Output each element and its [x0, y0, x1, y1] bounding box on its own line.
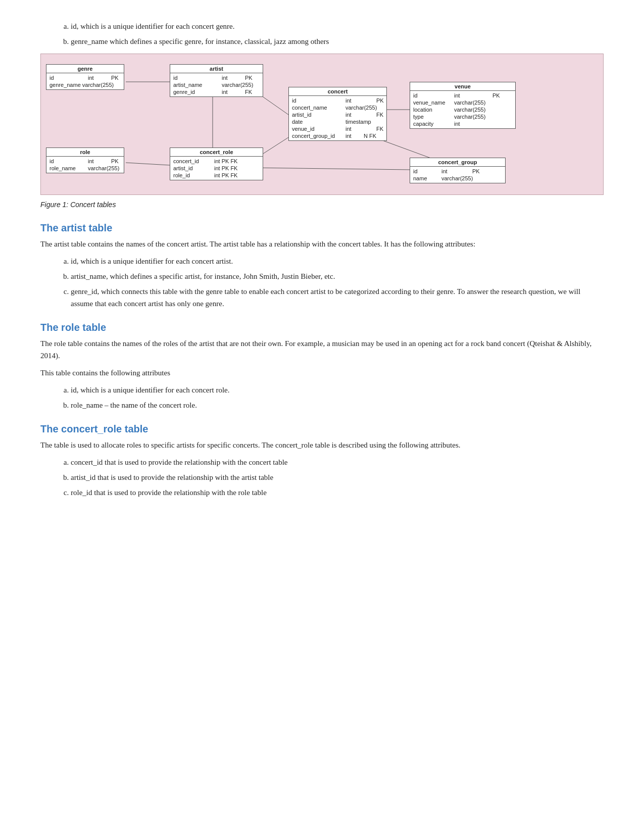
role-table-list: id, which is a unique identifier for eac…	[71, 384, 604, 411]
erd-role-table: role idintPK role_namevarchar(255)	[46, 148, 124, 173]
svg-line-4	[126, 163, 170, 165]
erd-genre-header: genre	[46, 65, 124, 73]
intro-item-b: genre_name which defines a specific genr…	[71, 35, 604, 47]
artist-table-para: The artist table contains the names of t…	[40, 238, 604, 250]
erd-concert-role-header: concert_role	[170, 148, 263, 157]
artist-item-b: artist_name, which defines a specific ar…	[71, 270, 604, 282]
erd-concert-group-table: concert_group idintPK namevarchar(255)	[410, 158, 506, 183]
erd-artist-table: artist idintPK artist_namevarchar(255) g…	[170, 64, 263, 97]
role-table-para2: This table contains the following attrib…	[40, 367, 604, 379]
intro-item-a: id, which is a unique identifier for eac…	[71, 20, 604, 32]
concert-role-table-para1: The table is used to allocate roles to s…	[40, 439, 604, 451]
erd-concert-header: concert	[289, 87, 386, 96]
erd-concert-group-header: concert_group	[410, 158, 505, 167]
artist-item-a: id, which is a unique identifier for eac…	[71, 255, 604, 267]
role-item-b: role_name – the name of the concert role…	[71, 399, 604, 411]
figure-caption: Figure 1: Concert tables	[40, 199, 604, 210]
artist-table-heading: The artist table	[40, 222, 604, 234]
concert-role-table-heading: The concert_role table	[40, 423, 604, 435]
erd-venue-header: venue	[410, 82, 515, 91]
role-item-a: id, which is a unique identifier for eac…	[71, 384, 604, 396]
artist-item-c: genre_id, which connects this table with…	[71, 285, 604, 310]
artist-table-list: id, which is a unique identifier for eac…	[71, 255, 604, 310]
role-table-heading: The role table	[40, 322, 604, 333]
erd-venue-table: venue idintPK venue_namevarchar(255) loc…	[410, 82, 516, 129]
erd-diagram: genre idintPK genre_name varchar(255) ar…	[40, 54, 604, 195]
erd-genre-table: genre idintPK genre_name varchar(255)	[46, 64, 124, 90]
erd-artist-header: artist	[170, 65, 263, 73]
concert-role-item-b: artist_id that is used to provide the re…	[71, 471, 604, 483]
intro-list: id, which is a unique identifier for eac…	[71, 20, 604, 47]
concert-role-item-c: role_id that is used to provide the rela…	[71, 486, 604, 499]
erd-concert-role-table: concert_role concert_idint PK FK artist_…	[170, 148, 263, 180]
concert-role-table-list: concert_id that is used to provide the r…	[71, 456, 604, 499]
role-table-para1: The role table contains the names of the…	[40, 337, 604, 362]
erd-role-header: role	[46, 148, 124, 157]
concert-role-item-a: concert_id that is used to provide the r…	[71, 456, 604, 468]
erd-concert-table: concert idintPK concert_namevarchar(255)…	[288, 87, 387, 141]
